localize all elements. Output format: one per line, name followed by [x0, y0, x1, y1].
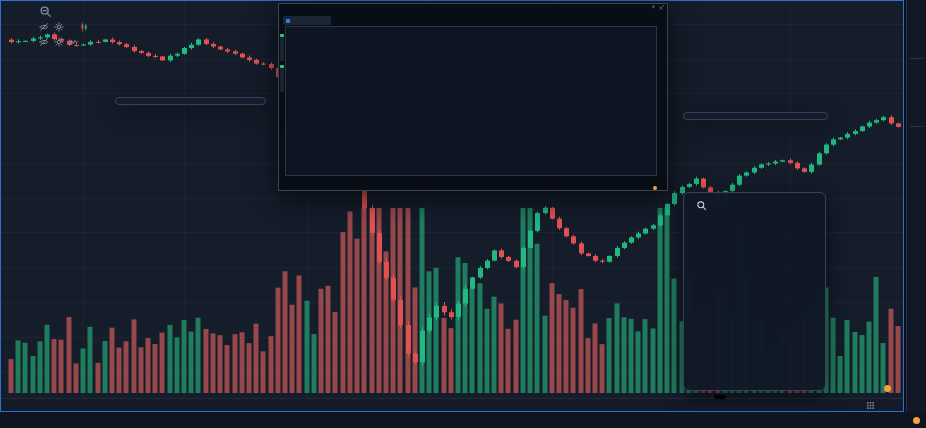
chart-legend — [39, 4, 124, 49]
popup-tab[interactable] — [283, 16, 331, 25]
layout-menu — [683, 112, 828, 120]
search-input[interactable] — [715, 199, 819, 212]
alert-dot[interactable] — [884, 385, 891, 392]
trading-app — [0, 0, 926, 428]
gear-icon[interactable] — [54, 22, 64, 32]
popup-alert-dot — [653, 186, 657, 190]
right-sidebar — [906, 0, 926, 412]
eye-off-icon[interactable] — [39, 37, 49, 47]
save-tooltip — [714, 395, 726, 399]
zoom-out-icon[interactable] — [39, 5, 52, 18]
status-bar — [0, 412, 926, 428]
share-chart-popup — [278, 3, 668, 191]
popup-chart-canvas[interactable] — [286, 27, 656, 175]
close-icon[interactable] — [658, 5, 664, 11]
timeframe-toolbar — [1, 398, 904, 412]
candle-icon — [79, 22, 89, 32]
status-alert-dot[interactable] — [913, 417, 920, 424]
grid-icon[interactable] — [866, 401, 875, 410]
popup-side-tab[interactable] — [280, 37, 284, 61]
saved-charts-search — [684, 193, 825, 217]
search-icon — [696, 200, 707, 211]
eye-off-icon[interactable] — [39, 22, 49, 32]
tab-bullet-icon — [286, 19, 290, 23]
popup-chart — [285, 26, 657, 176]
gear-icon[interactable] — [54, 37, 64, 47]
maximize-icon[interactable] — [649, 5, 655, 11]
chart-context-menu — [115, 97, 266, 105]
popup-side-tab[interactable] — [280, 68, 284, 92]
popup-toolbar — [285, 184, 657, 192]
saved-charts-panel — [683, 192, 826, 391]
wave-icon — [69, 37, 79, 47]
